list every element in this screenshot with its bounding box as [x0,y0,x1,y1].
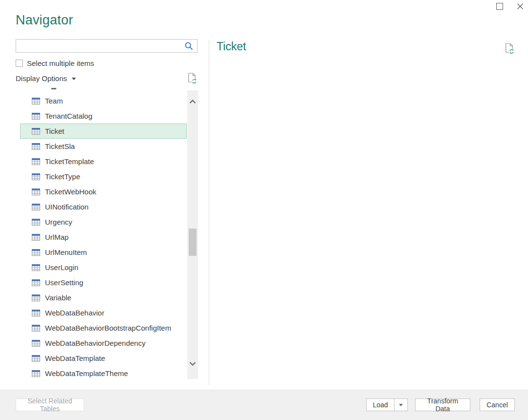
table-list-item-label: WebDataBehavior [45,309,104,317]
table-list-item[interactable]: WebDataTemplate [20,351,187,366]
table-list-item-label: UrlMenuItem [45,248,87,256]
refresh-preview-button[interactable] [505,43,514,56]
table-list-item-label: WebDataBehaviorDependency [45,339,146,347]
table-list-item-label: UserLogin [45,263,78,272]
footer-bar: Select Related Tables Load Transform Dat… [0,390,528,420]
table-list-item[interactable]: Variable [20,290,187,305]
table-list-item[interactable]: UrlMenuItem [20,245,187,260]
table-list-item[interactable]: TicketWebHook [20,184,187,199]
table-icon [32,340,40,347]
table-list-item[interactable]: WebDataBehaviorDependency [20,336,187,351]
preview-title: Ticket [217,40,246,53]
close-icon [517,3,524,10]
table-list-item[interactable]: TenantCatalog [20,108,187,124]
table-list-item[interactable]: WebDataBehavior [20,305,187,320]
table-icon [32,234,40,241]
table-list-item[interactable]: TicketTemplate [20,154,187,169]
table-icon [32,143,40,150]
table-icon [32,219,40,226]
scrollbar-thumb[interactable] [189,229,197,256]
chevron-down-icon [399,404,403,406]
table-icon [32,325,40,332]
load-button[interactable]: Load [366,399,395,411]
maximize-button[interactable] [493,1,506,12]
search-box [16,39,198,53]
list-scrollbar[interactable] [187,90,198,379]
display-options-dropdown[interactable]: Display Options [16,74,76,83]
table-icon [32,310,40,316]
table-icon [32,158,40,165]
maximize-icon [496,3,503,10]
window-controls [493,1,528,12]
table-icon [32,98,40,105]
table-list-item[interactable]: UrlMap [20,230,187,245]
table-list-item[interactable]: TicketType [20,169,187,184]
table-icon [32,113,40,120]
search-input[interactable] [16,40,190,52]
table-list-item-label: UserSetting [45,278,83,287]
close-button[interactable] [513,1,527,12]
table-list-item-label: TicketWebHook [45,188,96,196]
scroll-up-icon[interactable] [189,99,196,104]
table-list: Team TenantCatalog Ticket [20,90,187,379]
dialog-title: Navigator [16,13,73,28]
table-icon [32,173,40,180]
refresh-document-icon [188,73,197,84]
scroll-down-icon[interactable] [189,361,196,366]
table-icon [32,370,40,377]
table-icon [32,279,40,286]
table-list-item[interactable]: UserLogin [20,260,187,275]
table-icon [32,189,40,195]
search-icon[interactable] [184,42,194,51]
table-list-item-label: WebDataTemplateTheme [45,369,128,378]
refresh-document-icon [505,43,514,54]
table-list-item-label: Variable [45,294,71,302]
transform-data-button[interactable]: Transform Data [415,399,470,411]
load-split-button: Load [366,399,408,411]
select-multiple-label: Select multiple items [27,59,94,67]
table-icon [32,264,40,271]
table-list-item[interactable]: WebDataBehaviorBootstrapConfigItem [20,320,187,336]
table-list-item[interactable]: TicketSla [20,139,187,154]
table-list-item-label: UrlMap [45,233,68,241]
table-icon [32,128,40,135]
table-list-item[interactable]: WebDataTemplateTheme [20,366,187,379]
panel-divider [209,40,209,385]
display-options-label: Display Options [16,74,67,83]
select-multiple-row[interactable]: Select multiple items [16,59,94,67]
table-list-item[interactable]: Ticket [20,124,187,139]
table-list-item-label: TenantCatalog [45,112,92,120]
table-list-item-label: WebDataBehaviorBootstrapConfigItem [45,324,171,332]
table-list-item[interactable]: Team [20,93,187,108]
table-icon [32,204,40,210]
select-related-tables-button[interactable]: Select Related Tables [16,399,84,411]
clipped-list-item-fragment [51,88,56,89]
refresh-list-button[interactable] [188,73,197,86]
table-icon [32,355,40,362]
load-dropdown-button[interactable] [395,399,408,411]
table-list-item-label: TicketType [45,172,80,181]
cancel-button[interactable]: Cancel [480,399,515,411]
table-icon [32,249,40,256]
table-icon [32,294,40,301]
table-list-item-label: WebDataTemplate [45,354,105,362]
table-list-item[interactable]: UINotification [20,199,187,214]
table-list-item[interactable]: Urgency [20,214,187,230]
table-list-item[interactable]: UserSetting [20,275,187,290]
table-list-item-label: Ticket [45,127,64,135]
table-list-item-label: Team [45,97,63,105]
table-list-item-label: TicketSla [45,142,75,150]
chevron-down-icon [72,78,76,80]
table-list-item-label: TicketTemplate [45,157,94,166]
table-list-item-label: UINotification [45,203,88,211]
table-list-item-label: Urgency [45,218,72,226]
select-multiple-checkbox[interactable] [16,60,23,67]
